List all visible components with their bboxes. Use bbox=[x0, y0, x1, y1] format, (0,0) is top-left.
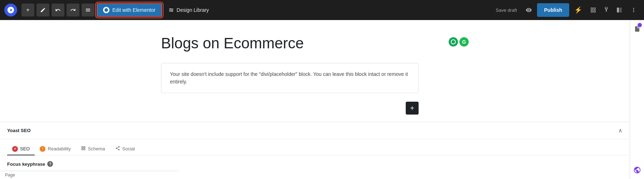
yoast-tabs: ✕ SEO ! Readability Schema bbox=[0, 139, 630, 155]
view-button[interactable] bbox=[523, 5, 535, 15]
main-content: Blogs on Ecommerce G Your site doesn't i… bbox=[0, 20, 644, 179]
right-sidebar bbox=[630, 20, 644, 179]
elementor-icon bbox=[103, 7, 109, 13]
yoast-collapse-icon: ∧ bbox=[618, 127, 623, 134]
grammarly-check-icon bbox=[449, 37, 458, 47]
wordpress-logo[interactable] bbox=[4, 4, 17, 16]
redo-button[interactable] bbox=[67, 4, 79, 16]
grammarly-g-icon[interactable]: G bbox=[459, 37, 469, 47]
add-block-toolbar-button[interactable]: + bbox=[21, 4, 34, 16]
page-title-area: Blogs on Ecommerce G bbox=[161, 34, 469, 52]
svg-rect-1 bbox=[620, 8, 622, 13]
tab-social[interactable]: Social bbox=[110, 143, 140, 155]
svg-rect-0 bbox=[617, 8, 619, 13]
tab-seo-label: SEO bbox=[20, 146, 30, 151]
page-title: Blogs on Ecommerce bbox=[161, 34, 304, 52]
more-options-button[interactable] bbox=[628, 5, 640, 15]
grammarly-purple-dot[interactable] bbox=[638, 23, 642, 27]
stackpath-button[interactable]: ⚡ bbox=[571, 4, 585, 16]
yoast-title: Yoast SEO bbox=[7, 128, 31, 133]
design-library-icon: ≋ bbox=[169, 6, 174, 14]
toolbar: + Edit with Elementor ≋ Design Library S… bbox=[0, 0, 644, 20]
tab-schema-label: Schema bbox=[88, 146, 105, 151]
far-right-indicators bbox=[638, 23, 642, 27]
yoast-panel: Yoast SEO ∧ ✕ SEO ! Readability Schema bbox=[0, 122, 630, 177]
help-icon[interactable]: ? bbox=[47, 161, 53, 167]
seo-status-dot: ✕ bbox=[12, 146, 18, 152]
yoast-button[interactable]: Ÿ bbox=[601, 5, 611, 15]
save-draft-button[interactable]: Save draft bbox=[492, 5, 521, 15]
edit-with-elementor-button[interactable]: Edit with Elementor bbox=[97, 3, 162, 17]
sidebar-globe-button[interactable] bbox=[631, 164, 643, 176]
list-view-button[interactable] bbox=[82, 4, 94, 16]
add-block-area: + bbox=[161, 100, 419, 115]
grammarly-icons: G bbox=[449, 37, 469, 47]
toggle-sidebar-button[interactable] bbox=[613, 5, 625, 15]
schema-icon bbox=[81, 146, 86, 152]
social-icon bbox=[115, 146, 120, 152]
focus-keyphrase-row: Focus keyphrase ? bbox=[7, 161, 623, 167]
tab-social-label: Social bbox=[122, 146, 135, 151]
tab-readability-label: Readability bbox=[48, 146, 70, 151]
undo-button[interactable] bbox=[52, 4, 64, 16]
content-block: Blogs on Ecommerce G Your site doesn't i… bbox=[154, 20, 476, 122]
yoast-content: Focus keyphrase ? bbox=[0, 155, 630, 177]
tab-schema[interactable]: Schema bbox=[76, 143, 110, 155]
edit-button[interactable] bbox=[36, 4, 49, 16]
tab-readability[interactable]: ! Readability bbox=[35, 143, 75, 155]
readability-status-dot: ! bbox=[40, 146, 45, 152]
design-library-button[interactable]: ≋ Design Library bbox=[164, 4, 213, 16]
yoast-header[interactable]: Yoast SEO ∧ bbox=[0, 122, 630, 139]
grid-icon-button[interactable] bbox=[587, 5, 599, 15]
status-bar: Page bbox=[0, 171, 72, 179]
block-placeholder: Your site doesn't include support for th… bbox=[161, 63, 419, 93]
editor-area: Blogs on Ecommerce G Your site doesn't i… bbox=[0, 20, 630, 179]
tab-seo[interactable]: ✕ SEO bbox=[7, 143, 35, 155]
publish-button[interactable]: Publish bbox=[537, 3, 570, 17]
add-block-button[interactable]: + bbox=[406, 102, 419, 115]
